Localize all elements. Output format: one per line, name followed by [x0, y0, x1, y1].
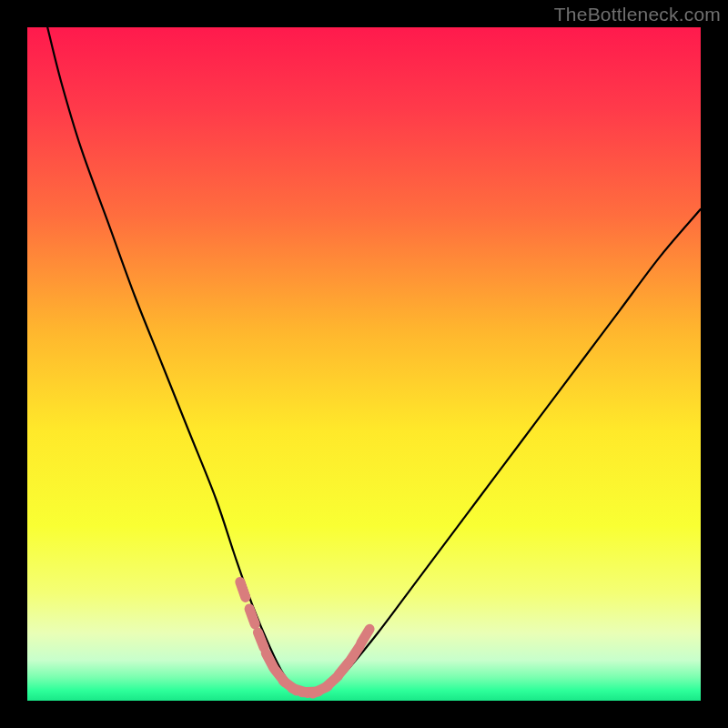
watermark-text: TheBottleneck.com	[554, 4, 721, 25]
curve-marker	[361, 629, 369, 642]
curve-marker	[339, 662, 349, 675]
chart-frame: TheBottleneck.com	[0, 0, 728, 728]
bottleneck-curve	[47, 27, 701, 693]
plot-area	[27, 27, 701, 701]
curve-marker	[240, 581, 246, 597]
curve-markers	[240, 581, 369, 693]
curve-marker	[249, 609, 255, 624]
curve-layer	[27, 27, 701, 701]
curve-marker	[258, 632, 264, 648]
